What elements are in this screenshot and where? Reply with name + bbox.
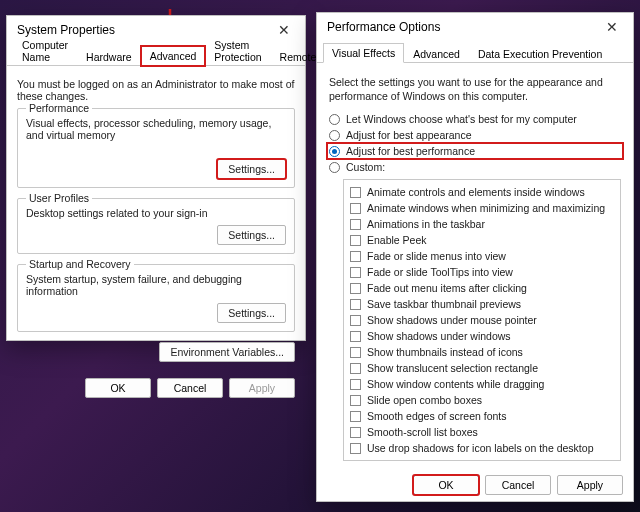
check-slide-open-combo-boxes[interactable]: Slide open combo boxes — [348, 392, 616, 408]
check-use-drop-shadows-for-icon-labels-on-the-desktop[interactable]: Use drop shadows for icon labels on the … — [348, 440, 616, 456]
radio-label: Custom: — [346, 161, 385, 173]
close-icon[interactable]: ✕ — [269, 19, 299, 41]
radio-icon — [329, 114, 340, 125]
radio-icon — [329, 146, 340, 157]
close-icon[interactable]: ✕ — [597, 16, 627, 38]
radio-adjust-for-best-performance[interactable]: Adjust for best performance — [327, 143, 623, 159]
check-label: Smooth edges of screen fonts — [367, 410, 507, 422]
checkbox-icon — [350, 315, 361, 326]
check-enable-peek[interactable]: Enable Peek — [348, 232, 616, 248]
checkbox-icon — [350, 379, 361, 390]
performance-group: Performance Visual effects, processor sc… — [17, 108, 295, 188]
perf-settings-button[interactable]: Settings... — [217, 159, 286, 179]
check-label: Save taskbar thumbnail previews — [367, 298, 521, 310]
check-label: Smooth-scroll list boxes — [367, 426, 478, 438]
tab-data-execution-prevention[interactable]: Data Execution Prevention — [469, 44, 611, 63]
check-fade-or-slide-tooltips-into-view[interactable]: Fade or slide ToolTips into view — [348, 264, 616, 280]
check-label: Animate controls and elements inside win… — [367, 186, 585, 198]
sp-apply-button[interactable]: Apply — [229, 378, 295, 398]
check-label: Show window contents while dragging — [367, 378, 544, 390]
sp-tabstrip: Computer NameHardwareAdvancedSystem Prot… — [7, 44, 305, 66]
tab-advanced[interactable]: Advanced — [404, 44, 469, 63]
radio-label: Let Windows choose what's best for my co… — [346, 113, 577, 125]
check-smooth-edges-of-screen-fonts[interactable]: Smooth edges of screen fonts — [348, 408, 616, 424]
checkbox-icon — [350, 331, 361, 342]
check-animate-windows-when-minimizing-and-maximizing[interactable]: Animate windows when minimizing and maxi… — [348, 200, 616, 216]
tab-advanced[interactable]: Advanced — [141, 46, 206, 66]
check-label: Enable Peek — [367, 234, 427, 246]
po-ok-button[interactable]: OK — [413, 475, 479, 495]
check-label: Show shadows under windows — [367, 330, 511, 342]
visual-effects-checklist[interactable]: Animate controls and elements inside win… — [343, 179, 621, 461]
checkbox-icon — [350, 411, 361, 422]
startup-settings-button[interactable]: Settings... — [217, 303, 286, 323]
tab-computer-name[interactable]: Computer Name — [13, 35, 77, 66]
radio-label: Adjust for best performance — [346, 145, 475, 157]
check-animations-in-the-taskbar[interactable]: Animations in the taskbar — [348, 216, 616, 232]
check-show-thumbnails-instead-of-icons[interactable]: Show thumbnails instead of icons — [348, 344, 616, 360]
check-smooth-scroll-list-boxes[interactable]: Smooth-scroll list boxes — [348, 424, 616, 440]
profiles-settings-button[interactable]: Settings... — [217, 225, 286, 245]
po-tabstrip: Visual EffectsAdvancedData Execution Pre… — [317, 41, 633, 63]
tab-hardware[interactable]: Hardware — [77, 47, 141, 66]
env-vars-button[interactable]: Environment Variables... — [159, 342, 295, 362]
checkbox-icon — [350, 187, 361, 198]
check-label: Show translucent selection rectangle — [367, 362, 538, 374]
radio-label: Adjust for best appearance — [346, 129, 472, 141]
check-label: Use drop shadows for icon labels on the … — [367, 442, 593, 454]
user-profiles-group: User Profiles Desktop settings related t… — [17, 198, 295, 254]
checkbox-icon — [350, 395, 361, 406]
checkbox-icon — [350, 443, 361, 454]
checkbox-icon — [350, 363, 361, 374]
checkbox-icon — [350, 219, 361, 230]
tab-visual-effects[interactable]: Visual Effects — [323, 43, 404, 63]
po-cancel-button[interactable]: Cancel — [485, 475, 551, 495]
performance-legend: Performance — [26, 102, 92, 114]
checkbox-icon — [350, 283, 361, 294]
check-label: Slide open combo boxes — [367, 394, 482, 406]
performance-desc: Visual effects, processor scheduling, me… — [26, 117, 286, 141]
po-titlebar: Performance Options ✕ — [317, 13, 633, 41]
check-show-window-contents-while-dragging[interactable]: Show window contents while dragging — [348, 376, 616, 392]
radio-custom[interactable]: Custom: — [327, 159, 623, 175]
po-apply-button[interactable]: Apply — [557, 475, 623, 495]
check-label: Fade out menu items after clicking — [367, 282, 527, 294]
check-save-taskbar-thumbnail-previews[interactable]: Save taskbar thumbnail previews — [348, 296, 616, 312]
checkbox-icon — [350, 235, 361, 246]
check-fade-or-slide-menus-into-view[interactable]: Fade or slide menus into view — [348, 248, 616, 264]
check-label: Fade or slide menus into view — [367, 250, 506, 262]
sp-ok-button[interactable]: OK — [85, 378, 151, 398]
startup-desc: System startup, system failure, and debu… — [26, 273, 286, 297]
startup-legend: Startup and Recovery — [26, 258, 134, 270]
check-show-shadows-under-windows[interactable]: Show shadows under windows — [348, 328, 616, 344]
check-label: Animate windows when minimizing and maxi… — [367, 202, 605, 214]
admin-warning: You must be logged on as an Administrato… — [17, 78, 295, 102]
checkbox-icon — [350, 427, 361, 438]
check-label: Show thumbnails instead of icons — [367, 346, 523, 358]
system-properties-window: System Properties ✕ Computer NameHardwar… — [6, 15, 306, 341]
radio-icon — [329, 162, 340, 173]
po-intro: Select the settings you want to use for … — [329, 75, 621, 103]
radio-adjust-for-best-appearance[interactable]: Adjust for best appearance — [327, 127, 623, 143]
profiles-legend: User Profiles — [26, 192, 92, 204]
checkbox-icon — [350, 251, 361, 262]
radio-icon — [329, 130, 340, 141]
check-show-shadows-under-mouse-pointer[interactable]: Show shadows under mouse pointer — [348, 312, 616, 328]
tab-system-protection[interactable]: System Protection — [205, 35, 270, 66]
performance-options-window: Performance Options ✕ Visual EffectsAdva… — [316, 12, 634, 502]
sp-cancel-button[interactable]: Cancel — [157, 378, 223, 398]
check-label: Fade or slide ToolTips into view — [367, 266, 513, 278]
check-label: Show shadows under mouse pointer — [367, 314, 537, 326]
profiles-desc: Desktop settings related to your sign-in — [26, 207, 286, 219]
check-label: Animations in the taskbar — [367, 218, 485, 230]
po-title: Performance Options — [327, 20, 597, 34]
radio-let-windows-choose-what-s-best-for-my-computer[interactable]: Let Windows choose what's best for my co… — [327, 111, 623, 127]
check-show-translucent-selection-rectangle[interactable]: Show translucent selection rectangle — [348, 360, 616, 376]
checkbox-icon — [350, 267, 361, 278]
checkbox-icon — [350, 347, 361, 358]
check-animate-controls-and-elements-inside-windows[interactable]: Animate controls and elements inside win… — [348, 184, 616, 200]
check-fade-out-menu-items-after-clicking[interactable]: Fade out menu items after clicking — [348, 280, 616, 296]
checkbox-icon — [350, 203, 361, 214]
checkbox-icon — [350, 299, 361, 310]
startup-recovery-group: Startup and Recovery System startup, sys… — [17, 264, 295, 332]
